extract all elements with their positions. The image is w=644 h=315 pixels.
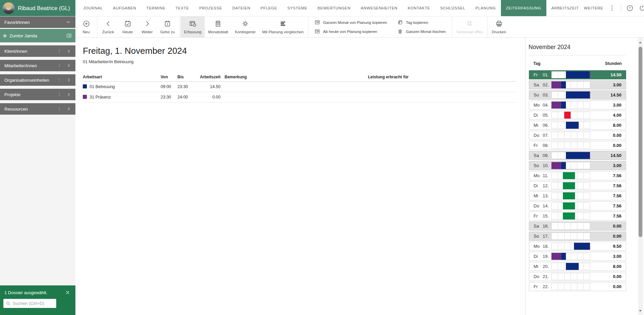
sidebar-item-mitarbeiter-innen[interactable]: Mitarbeiter/innen [0, 60, 75, 71]
toolbar-button-tag-kopieren[interactable]: Tag kopieren [397, 19, 446, 25]
nav-item-pflege[interactable]: PFLEGE [256, 0, 282, 16]
dossier-card-icon[interactable] [66, 33, 72, 39]
nav-item-termine[interactable]: TERMINE [141, 0, 170, 16]
timeline-cell [577, 172, 584, 179]
toolbar-button-drucken[interactable]: Drucken [488, 16, 510, 37]
chevron-right-icon[interactable] [62, 92, 71, 97]
kebab-icon[interactable] [608, 4, 616, 12]
sidebar-favorites-header[interactable]: Favorit/innen [0, 16, 75, 28]
kebab-icon[interactable] [57, 49, 62, 53]
copy-plan-icon [314, 19, 320, 25]
day-timeline [551, 212, 590, 220]
help-icon[interactable]: ? [626, 4, 634, 12]
scroll-up-arrow-icon[interactable] [639, 41, 642, 43]
col-bis: Bis [177, 75, 198, 79]
toolbar-button-ganzen-monat-von-planung-kopieren[interactable]: Ganzen Monat von Planung kopieren [314, 19, 387, 25]
vertical-scrollbar[interactable] [638, 38, 643, 315]
calendar-day-hours: 0.00 [613, 133, 626, 138]
toolbar-button-neu[interactable]: Neu [76, 16, 96, 37]
nav-more-button[interactable]: WEITERE [584, 6, 603, 10]
sidebar-item-projekte[interactable]: Projekte [0, 89, 75, 100]
calendar-day-row[interactable]: So10. 3.00 [529, 161, 626, 170]
nav-item-texte[interactable]: TEXTE [170, 0, 194, 16]
calendar-day-row[interactable]: Mi13. 7.56 [529, 191, 626, 200]
nav-item-arbeitszeit[interactable]: ARBEITSZEIT [546, 0, 584, 16]
calendar-day-row[interactable]: Mo18. 9.50 [529, 242, 626, 251]
calendar-day-row[interactable]: Di12. 7.56 [529, 181, 626, 190]
timeline-cell [551, 283, 558, 290]
calendar-day-row[interactable]: Do07. 0.00 [529, 131, 626, 140]
timeline-cell [584, 253, 590, 260]
calendar-day-hours: 7.56 [613, 213, 626, 219]
scroll-down-arrow-icon[interactable] [639, 310, 642, 312]
chevron-right-icon[interactable] [62, 63, 71, 68]
calendar-day-row[interactable]: So17. 0.00 [529, 232, 626, 241]
sidebar-item-favorite-dossier[interactable]: Zumtor Jamila [0, 29, 75, 42]
table-row[interactable]: 01 Betreuung 09:00 23:30 14.50 [83, 82, 516, 92]
kebab-icon[interactable] [57, 92, 62, 97]
toolbar-button-monatsblatt[interactable]: Monatsblatt [205, 16, 231, 37]
nav-item-journal[interactable]: JOURNAL [78, 0, 108, 16]
calendar-day-row[interactable]: Fr15. 7.56 [529, 211, 626, 221]
calendar-day-row[interactable]: Do14. 7.56 [529, 201, 626, 210]
toolbar-button-ab-heute-von-planung-kopieren[interactable]: Ab heute von Planung kopieren [314, 29, 387, 34]
day-timeline [551, 283, 590, 290]
calendar-day-hours: 3.00 [613, 82, 626, 87]
close-icon[interactable] [65, 290, 70, 295]
toolbar-button-ganzen-monat-l-schen[interactable]: Ganzen Monat löschen [397, 29, 446, 34]
chevron-right-icon[interactable] [62, 49, 71, 53]
nav-item-bewertungen[interactable]: BEWERTUNGEN [312, 0, 355, 16]
calendar-day-row[interactable]: Mi20. 8.00 [529, 262, 626, 271]
scrollbar-thumb[interactable] [639, 47, 642, 237]
calendar-day-row[interactable]: Fr08. 0.00 [529, 141, 626, 150]
kebab-icon[interactable] [57, 78, 62, 82]
calendar-day-row[interactable]: Fr01. 14.50 [529, 70, 626, 79]
nav-item-planung[interactable]: PLANUNG [470, 0, 501, 16]
toolbar-button-gehe-zu[interactable]: Gehe zu [157, 16, 178, 37]
calendar-day-row[interactable]: Fr22. 0.00 [529, 282, 626, 291]
sidebar-item-organisationseinheiten[interactable]: Organisationseinheiten [0, 74, 75, 86]
sidebar-item-klient-innen[interactable]: Klient/innen [0, 45, 75, 57]
nav-item-systeme[interactable]: SYSTEME [282, 0, 312, 16]
nav-item-prozesse[interactable]: PROZESSE [194, 0, 227, 16]
toolbar-button-heute[interactable]: Heute [118, 16, 137, 37]
nav-item-dateien[interactable]: DATEIEN [227, 0, 256, 16]
toolbar-button-kontingente[interactable]: Kontingente [232, 16, 259, 37]
user-block[interactable]: Ribaud Beatrice (GL) [0, 0, 75, 16]
toolbar-stack-column: Ganzen Monat von Planung kopieren Ab heu… [309, 16, 392, 37]
toolbar-button-erfassung[interactable]: Erfassung [180, 16, 205, 37]
timeline-cell [577, 102, 584, 109]
table-row[interactable]: 31 Präsenz 23:30 24:00 0.00 [83, 92, 516, 103]
nav-item-zeiterfassung[interactable]: ZEITERFASSUNG [501, 0, 546, 16]
calendar-day-row[interactable]: Sa02. 3.00 [529, 80, 626, 89]
toolbar-button-zur-ck[interactable]: Zurück [98, 16, 118, 37]
nav-item-anwesenheiten[interactable]: ANWESENHEITEN [355, 0, 402, 16]
toolbar-button-mit-planung-vergleichen[interactable]: Mit Planung vergleichen [259, 16, 307, 37]
kebab-icon[interactable] [57, 63, 62, 68]
calendar-day-row[interactable]: So03. 14.50 [529, 90, 626, 100]
calendar-day-row[interactable]: Mi06. 8.00 [529, 121, 626, 130]
kebab-icon[interactable] [57, 107, 62, 111]
search-input[interactable] [13, 301, 54, 306]
calendar-day-row[interactable]: Sa16. 0.00 [529, 222, 626, 231]
chevron-right-icon[interactable] [62, 78, 71, 82]
day-timeline [551, 112, 590, 119]
timeline-cell [551, 192, 558, 199]
nav-item-kontakte[interactable]: KONTAKTE [403, 0, 435, 16]
calendar-day-row[interactable]: Do21. 0.00 [529, 272, 626, 281]
calendar-day-row[interactable]: Di05. 4.00 [529, 111, 626, 120]
col-arbeitszeit: Arbeitszeit [198, 75, 221, 79]
calendar-day-row[interactable]: Di19. 3.00 [529, 252, 626, 261]
power-icon[interactable] [639, 4, 644, 12]
calendar-day-label: Fr22. [529, 284, 551, 289]
toolbar-button-weiter[interactable]: Weiter [137, 16, 157, 37]
sidebar-item-ressourcen[interactable]: Ressourcen [0, 103, 75, 115]
calendar-day-row[interactable]: Sa09. 14.50 [529, 151, 626, 160]
nav-item-schl-ssel[interactable]: SCHLÜSSEL [435, 0, 471, 16]
calendar-day-row[interactable]: Mo11. 7.56 [529, 171, 626, 180]
calendar-day-row[interactable]: Mo04. 3.00 [529, 101, 626, 110]
timeline-cell [558, 91, 565, 99]
chevron-right-icon[interactable] [62, 107, 71, 111]
nav-item-aufgaben[interactable]: AUFGABEN [108, 0, 141, 16]
timeline-cell [565, 132, 571, 139]
